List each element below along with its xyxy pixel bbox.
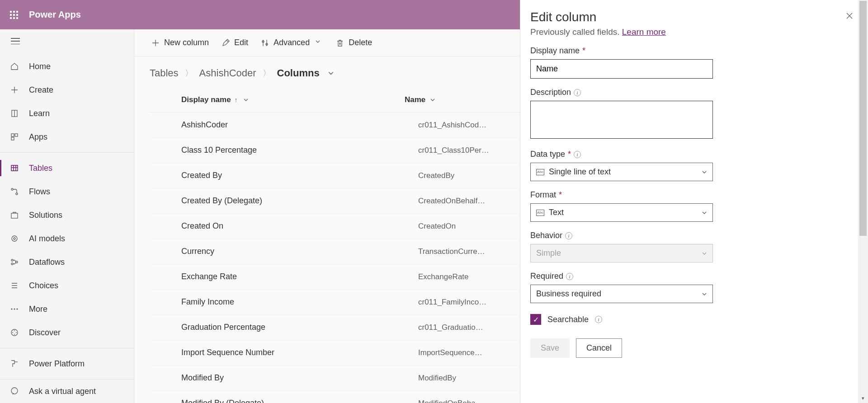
breadcrumb-root[interactable]: Tables	[150, 67, 179, 79]
svg-point-13	[11, 308, 12, 309]
chevron-down-icon	[315, 39, 323, 47]
svg-point-10	[11, 259, 13, 261]
svg-point-15	[16, 308, 18, 309]
sidebar-item-ask-agent[interactable]: Ask a virtual agent	[0, 380, 134, 403]
cmd-label: Edit	[234, 38, 248, 47]
svg-point-12	[16, 261, 18, 263]
sidebar-item-discover[interactable]: Discover	[0, 321, 134, 344]
info-icon[interactable]: i	[565, 232, 572, 239]
format-select[interactable]: Abc Text	[530, 203, 713, 222]
sidebar-item-apps[interactable]: Apps	[0, 125, 134, 149]
cell-name: ModifiedBy	[405, 374, 495, 383]
scrollbar-thumb[interactable]	[859, 1, 867, 236]
svg-rect-4	[11, 165, 18, 171]
cell-display-name: Class 10 Percentage	[150, 145, 405, 155]
cancel-button[interactable]: Cancel	[576, 338, 622, 358]
close-button[interactable]	[844, 10, 855, 22]
display-name-input[interactable]	[530, 59, 713, 79]
sidebar-item-learn[interactable]: Learn	[0, 102, 134, 125]
info-icon[interactable]: i	[566, 273, 573, 280]
sidebar-item-solutions[interactable]: Solutions	[0, 203, 134, 227]
home-icon	[9, 61, 20, 72]
breadcrumb-entity[interactable]: AshishCoder	[199, 67, 256, 79]
sidebar-item-label: Dataflows	[29, 258, 65, 267]
learn-more-link[interactable]: Learn more	[622, 27, 666, 37]
cmd-new-column[interactable]: New column	[147, 35, 213, 50]
scroll-down-button[interactable]: ▾	[858, 393, 868, 403]
ai-icon	[9, 233, 20, 244]
chevron-right-icon: 〉	[185, 68, 193, 79]
cmd-label: Delete	[349, 38, 372, 47]
hamburger-icon	[11, 38, 20, 44]
info-icon[interactable]: i	[574, 89, 581, 96]
text-type-icon: Abc	[536, 169, 544, 175]
choices-icon	[9, 280, 20, 291]
chevron-down-icon[interactable]	[243, 97, 249, 103]
behavior-select: Simple	[530, 244, 713, 262]
plus-icon	[9, 84, 20, 95]
required-select[interactable]: Business required	[530, 285, 713, 303]
label-searchable: Searchable	[547, 315, 589, 324]
table-icon	[9, 163, 20, 173]
save-button[interactable]: Save	[530, 338, 570, 358]
sidebar-item-choices[interactable]: Choices	[0, 274, 134, 297]
cmd-delete[interactable]: Delete	[331, 35, 377, 50]
sidebar-item-label: Flows	[29, 187, 50, 197]
chevron-down-icon[interactable]	[328, 70, 334, 76]
compass-icon	[9, 327, 20, 338]
edit-column-panel: Edit column Previously called fields. Le…	[520, 0, 868, 403]
info-icon[interactable]: i	[595, 316, 602, 323]
svg-point-11	[11, 263, 13, 265]
cell-name: cr011_Graduatio…	[405, 323, 495, 332]
svg-point-8	[12, 236, 17, 241]
cell-display-name: Currency	[150, 247, 405, 256]
hamburger-button[interactable]	[0, 29, 134, 53]
panel-subtitle: Previously called fields. Learn more	[520, 24, 868, 46]
col-header-name[interactable]: Name	[405, 95, 495, 104]
cmd-advanced[interactable]: Advanced	[256, 35, 328, 50]
window-scrollbar[interactable]: ▾	[858, 0, 868, 403]
cmd-label: Advanced	[274, 38, 310, 47]
cell-name: ImportSequence…	[405, 348, 495, 357]
cell-name: CreatedOnBehalf…	[405, 197, 495, 206]
chevron-down-icon	[702, 210, 707, 216]
label-format: Format	[530, 190, 556, 200]
sidebar-item-label: AI models	[29, 234, 65, 244]
brand-title: Power Apps	[29, 9, 81, 20]
cell-display-name: Modified By	[150, 373, 405, 383]
cmd-edit[interactable]: Edit	[217, 35, 253, 50]
svg-rect-7	[11, 213, 18, 218]
description-input[interactable]	[530, 101, 713, 139]
cell-name: CreatedOn	[405, 222, 495, 231]
sidebar-item-home[interactable]: Home	[0, 55, 134, 78]
sidebar-item-create[interactable]: Create	[0, 78, 134, 102]
sliders-icon	[261, 39, 269, 47]
chevron-down-icon	[702, 251, 707, 256]
cell-display-name: Exchange Rate	[150, 272, 405, 281]
sidebar-item-flows[interactable]: Flows	[0, 180, 134, 203]
cell-name: ModifiedOnBeha…	[405, 399, 495, 403]
sidebar-item-label: More	[29, 305, 47, 314]
flow-icon	[9, 186, 20, 197]
sidebar-item-more[interactable]: More	[0, 297, 134, 321]
cell-display-name: Created By (Delegate)	[150, 196, 405, 206]
sidebar-item-ai-models[interactable]: AI models	[0, 227, 134, 250]
label-data-type: Data type	[530, 150, 565, 159]
panel-title: Edit column	[530, 10, 596, 24]
cell-name: CreatedBy	[405, 171, 495, 180]
data-type-select[interactable]: Abc Single line of text	[530, 163, 713, 181]
app-launcher-icon[interactable]	[10, 11, 18, 19]
sidebar-item-power-platform[interactable]: Power Platform	[0, 352, 134, 375]
searchable-checkbox[interactable]: ✓	[530, 314, 541, 325]
sidebar-item-dataflows[interactable]: Dataflows	[0, 250, 134, 274]
info-icon[interactable]: i	[574, 151, 581, 158]
cell-display-name: Graduation Percentage	[150, 323, 405, 332]
col-header-display-name[interactable]: Display name ↑	[150, 95, 405, 104]
sidebar-item-tables[interactable]: Tables	[0, 156, 134, 180]
sidebar-item-label: Create	[29, 85, 53, 95]
sidebar-item-label: Solutions	[29, 211, 62, 220]
chevron-down-icon	[702, 169, 707, 175]
sidebar-item-label: Choices	[29, 281, 58, 291]
dataflow-icon	[9, 257, 20, 267]
chevron-down-icon[interactable]	[430, 97, 435, 103]
